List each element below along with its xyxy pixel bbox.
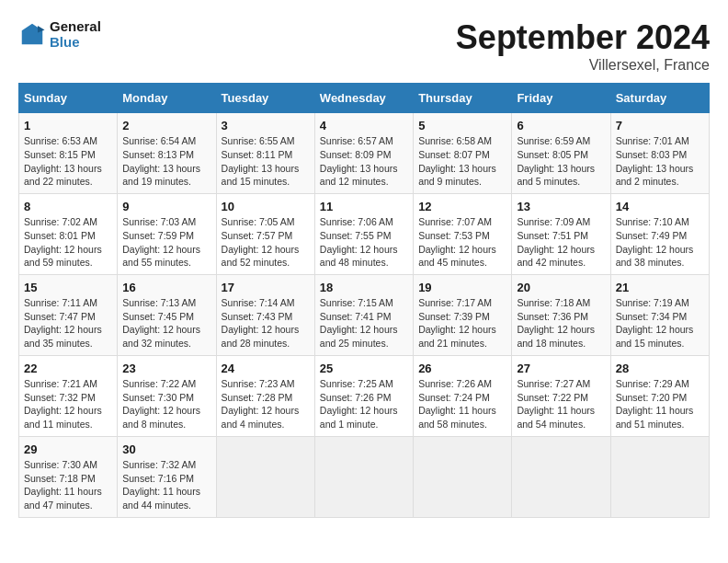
logo-icon	[18, 20, 46, 48]
calendar-cell	[314, 436, 413, 517]
day-number: 24	[222, 361, 310, 377]
col-tuesday: Tuesday	[216, 84, 314, 113]
day-info: Sunrise: 6:58 AMSunset: 8:07 PMDaylight:…	[418, 134, 506, 189]
day-number: 28	[616, 361, 704, 377]
day-number: 4	[320, 118, 408, 134]
calendar-cell	[414, 436, 512, 517]
day-info: Sunrise: 6:54 AMSunset: 8:13 PMDaylight:…	[122, 134, 210, 189]
day-info: Sunrise: 7:13 AMSunset: 7:45 PMDaylight:…	[122, 296, 210, 350]
day-number: 23	[122, 361, 210, 377]
day-number: 30	[122, 442, 210, 458]
month-title: September 2024	[456, 18, 710, 57]
calendar-cell: 10Sunrise: 7:05 AMSunset: 7:57 PMDayligh…	[216, 193, 314, 274]
day-info: Sunrise: 6:55 AMSunset: 8:11 PMDaylight:…	[222, 134, 310, 189]
day-number: 14	[616, 199, 704, 215]
day-number: 12	[418, 199, 506, 215]
title-section: September 2024 Villersexel, France	[456, 18, 710, 74]
day-number: 26	[418, 361, 506, 377]
col-monday: Monday	[118, 84, 216, 113]
calendar-week-row: 8Sunrise: 7:02 AMSunset: 8:01 PMDaylight…	[19, 193, 710, 274]
calendar-cell: 4Sunrise: 6:57 AMSunset: 8:09 PMDaylight…	[314, 113, 413, 194]
day-info: Sunrise: 7:19 AMSunset: 7:34 PMDaylight:…	[616, 296, 704, 350]
logo: General Blue	[18, 18, 101, 50]
calendar-cell: 30Sunrise: 7:32 AMSunset: 7:16 PMDayligh…	[118, 436, 216, 517]
calendar-cell: 7Sunrise: 7:01 AMSunset: 8:03 PMDaylight…	[610, 113, 709, 194]
col-thursday: Thursday	[414, 84, 512, 113]
col-sunday: Sunday	[19, 84, 118, 113]
calendar-cell: 6Sunrise: 6:59 AMSunset: 8:05 PMDaylight…	[512, 113, 610, 194]
calendar-cell	[216, 436, 314, 517]
day-info: Sunrise: 7:22 AMSunset: 7:30 PMDaylight:…	[122, 377, 210, 431]
page-header: General Blue September 2024 Villersexel,…	[18, 18, 710, 74]
day-info: Sunrise: 7:30 AMSunset: 7:18 PMDaylight:…	[24, 458, 112, 512]
logo-text-blue: Blue	[50, 34, 101, 50]
calendar-header-row: Sunday Monday Tuesday Wednesday Thursday…	[19, 84, 710, 113]
day-number: 3	[222, 118, 310, 134]
col-wednesday: Wednesday	[314, 84, 413, 113]
location: Villersexel, France	[456, 57, 710, 74]
day-number: 11	[320, 199, 408, 215]
calendar-cell: 5Sunrise: 6:58 AMSunset: 8:07 PMDaylight…	[414, 113, 512, 194]
day-info: Sunrise: 7:15 AMSunset: 7:41 PMDaylight:…	[320, 296, 408, 350]
day-number: 27	[517, 361, 605, 377]
day-number: 10	[222, 199, 310, 215]
calendar-cell: 3Sunrise: 6:55 AMSunset: 8:11 PMDaylight…	[216, 113, 314, 194]
day-number: 1	[24, 118, 112, 134]
day-info: Sunrise: 7:29 AMSunset: 7:20 PMDaylight:…	[616, 377, 704, 431]
logo-text-general: General	[50, 18, 101, 34]
day-info: Sunrise: 7:32 AMSunset: 7:16 PMDaylight:…	[122, 458, 210, 512]
calendar-cell: 14Sunrise: 7:10 AMSunset: 7:49 PMDayligh…	[610, 193, 709, 274]
calendar-table: Sunday Monday Tuesday Wednesday Thursday…	[18, 83, 710, 518]
calendar-cell	[610, 436, 709, 517]
day-number: 22	[24, 361, 112, 377]
day-info: Sunrise: 7:26 AMSunset: 7:24 PMDaylight:…	[418, 377, 506, 431]
day-number: 8	[24, 199, 112, 215]
calendar-cell: 1Sunrise: 6:53 AMSunset: 8:15 PMDaylight…	[19, 113, 118, 194]
calendar-cell: 8Sunrise: 7:02 AMSunset: 8:01 PMDaylight…	[19, 193, 118, 274]
day-number: 5	[418, 118, 506, 134]
day-info: Sunrise: 7:11 AMSunset: 7:47 PMDaylight:…	[24, 296, 112, 350]
day-info: Sunrise: 7:01 AMSunset: 8:03 PMDaylight:…	[616, 134, 704, 189]
day-info: Sunrise: 6:59 AMSunset: 8:05 PMDaylight:…	[517, 134, 605, 189]
calendar-cell: 11Sunrise: 7:06 AMSunset: 7:55 PMDayligh…	[314, 193, 413, 274]
calendar-week-row: 29Sunrise: 7:30 AMSunset: 7:18 PMDayligh…	[19, 436, 710, 517]
calendar-cell: 18Sunrise: 7:15 AMSunset: 7:41 PMDayligh…	[314, 274, 413, 355]
col-friday: Friday	[512, 84, 610, 113]
day-info: Sunrise: 7:02 AMSunset: 8:01 PMDaylight:…	[24, 215, 112, 270]
day-info: Sunrise: 7:03 AMSunset: 7:59 PMDaylight:…	[122, 215, 210, 270]
calendar-cell: 24Sunrise: 7:23 AMSunset: 7:28 PMDayligh…	[216, 355, 314, 436]
day-info: Sunrise: 7:07 AMSunset: 7:53 PMDaylight:…	[418, 215, 506, 270]
calendar-cell: 27Sunrise: 7:27 AMSunset: 7:22 PMDayligh…	[512, 355, 610, 436]
calendar-cell: 22Sunrise: 7:21 AMSunset: 7:32 PMDayligh…	[19, 355, 118, 436]
day-number: 7	[616, 118, 704, 134]
day-number: 15	[24, 280, 112, 296]
day-info: Sunrise: 7:21 AMSunset: 7:32 PMDaylight:…	[24, 377, 112, 431]
col-saturday: Saturday	[610, 84, 709, 113]
day-info: Sunrise: 7:10 AMSunset: 7:49 PMDaylight:…	[616, 215, 704, 270]
day-number: 18	[320, 280, 408, 296]
day-info: Sunrise: 7:27 AMSunset: 7:22 PMDaylight:…	[517, 377, 605, 431]
calendar-week-row: 15Sunrise: 7:11 AMSunset: 7:47 PMDayligh…	[19, 274, 710, 355]
day-info: Sunrise: 7:05 AMSunset: 7:57 PMDaylight:…	[222, 215, 310, 270]
calendar-cell: 19Sunrise: 7:17 AMSunset: 7:39 PMDayligh…	[414, 274, 512, 355]
day-number: 16	[122, 280, 210, 296]
day-info: Sunrise: 7:09 AMSunset: 7:51 PMDaylight:…	[517, 215, 605, 270]
day-info: Sunrise: 7:06 AMSunset: 7:55 PMDaylight:…	[320, 215, 408, 270]
calendar-cell	[512, 436, 610, 517]
calendar-cell: 21Sunrise: 7:19 AMSunset: 7:34 PMDayligh…	[610, 274, 709, 355]
calendar-cell: 9Sunrise: 7:03 AMSunset: 7:59 PMDaylight…	[118, 193, 216, 274]
calendar-cell: 20Sunrise: 7:18 AMSunset: 7:36 PMDayligh…	[512, 274, 610, 355]
day-info: Sunrise: 7:25 AMSunset: 7:26 PMDaylight:…	[320, 377, 408, 431]
day-number: 20	[517, 280, 605, 296]
day-info: Sunrise: 6:57 AMSunset: 8:09 PMDaylight:…	[320, 134, 408, 189]
calendar-cell: 29Sunrise: 7:30 AMSunset: 7:18 PMDayligh…	[19, 436, 118, 517]
day-number: 9	[122, 199, 210, 215]
day-info: Sunrise: 7:17 AMSunset: 7:39 PMDaylight:…	[418, 296, 506, 350]
day-info: Sunrise: 7:23 AMSunset: 7:28 PMDaylight:…	[222, 377, 310, 431]
day-info: Sunrise: 7:14 AMSunset: 7:43 PMDaylight:…	[222, 296, 310, 350]
day-number: 6	[517, 118, 605, 134]
calendar-cell: 16Sunrise: 7:13 AMSunset: 7:45 PMDayligh…	[118, 274, 216, 355]
calendar-cell: 13Sunrise: 7:09 AMSunset: 7:51 PMDayligh…	[512, 193, 610, 274]
day-number: 13	[517, 199, 605, 215]
calendar-cell: 2Sunrise: 6:54 AMSunset: 8:13 PMDaylight…	[118, 113, 216, 194]
